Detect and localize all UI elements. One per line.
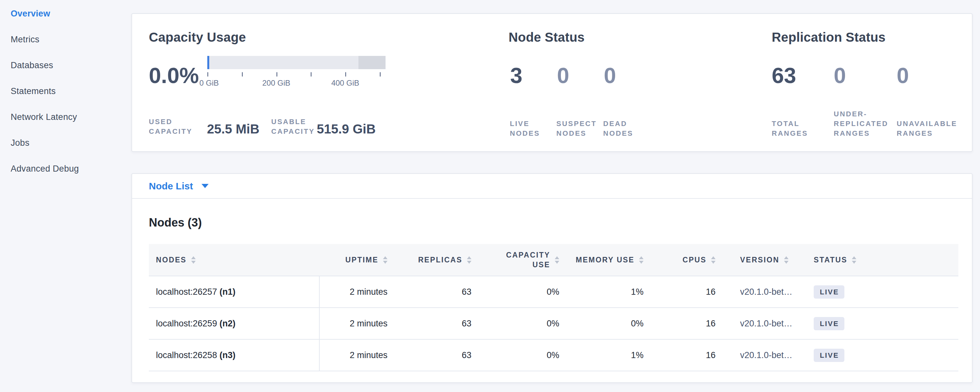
column-header-replicas[interactable]: REPLICAS xyxy=(388,244,472,276)
capacity-usage-title: Capacity Usage xyxy=(149,30,246,45)
label-line: RANGES xyxy=(897,129,957,138)
table-row-node-1: localhost:26257 (n1) 2 minutes 63 0% 1% … xyxy=(149,276,958,308)
node-status-panel: Node Status 3 0 0 LIVE NODES SUSPECT NOD… xyxy=(509,14,754,151)
column-label: MEMORY USE xyxy=(576,256,635,265)
label-line: DEAD xyxy=(603,119,633,129)
sidebar-item-label: Databases xyxy=(11,61,53,70)
status-badge: LIVE xyxy=(814,349,845,362)
sidebar-item-metrics[interactable]: Metrics xyxy=(0,27,129,53)
sidebar-item-label: Statements xyxy=(11,86,56,96)
table-row-node-2: localhost:26259 (n2) 2 minutes 63 0% 0% … xyxy=(149,308,958,339)
table-row-node-3: localhost:26258 (n3) 2 minutes 63 0% 1% … xyxy=(149,339,958,371)
label-line: NODES xyxy=(603,129,633,138)
replicas-cell: 63 xyxy=(388,308,472,339)
status-cell: LIVE xyxy=(813,308,958,339)
column-header-version[interactable]: VERSION xyxy=(716,244,813,276)
axis-tick xyxy=(277,72,277,76)
sidebar-item-label: Metrics xyxy=(11,35,40,45)
node-status-title: Node Status xyxy=(509,30,585,45)
version-cell: v20.1.0-bet… xyxy=(716,339,813,371)
node-address: localhost:26258 xyxy=(156,350,217,360)
status-cell: LIVE xyxy=(813,339,958,371)
column-header-uptime[interactable]: UPTIME xyxy=(319,244,388,276)
dead-nodes-count: 0 xyxy=(604,64,616,86)
chevron-down-icon xyxy=(202,184,208,188)
column-label: STATUS xyxy=(814,256,847,265)
sort-icon xyxy=(711,256,716,264)
usable-capacity-label-line1: USABLE xyxy=(271,117,315,127)
live-nodes-count: 3 xyxy=(510,64,522,86)
sort-icon xyxy=(191,256,196,264)
replication-status-title: Replication Status xyxy=(772,30,886,45)
capacity-axis-labels: 0 GiB 200 GiB 400 GiB xyxy=(207,78,385,88)
capacity-use-cell: 0% xyxy=(472,276,560,308)
capacity-bar-reserved-segment xyxy=(358,56,385,69)
label-line: RANGES xyxy=(834,129,888,138)
column-label: VERSION xyxy=(740,256,780,265)
label-line: TOTAL xyxy=(772,119,808,129)
sidebar-item-overview[interactable]: Overview xyxy=(0,1,129,27)
used-capacity-value: 25.5 MiB xyxy=(207,122,259,136)
column-label: CAPACITY USE xyxy=(498,250,550,269)
usable-capacity-label-line2: CAPACITY xyxy=(271,127,315,136)
column-header-nodes[interactable]: NODES xyxy=(149,244,319,276)
version-cell: v20.1.0-bet… xyxy=(716,308,813,339)
node-list-dropdown[interactable]: Node List xyxy=(132,174,972,199)
label-line: SUSPECT xyxy=(556,119,597,129)
node-address-cell[interactable]: localhost:26259 (n2) xyxy=(149,308,319,339)
node-list-dropdown-label: Node List xyxy=(149,181,193,192)
axis-tick xyxy=(311,72,312,76)
cpus-cell: 16 xyxy=(644,308,716,339)
column-label: REPLICAS xyxy=(418,256,462,265)
suspect-nodes-count: 0 xyxy=(557,64,569,86)
sidebar-item-jobs[interactable]: Jobs xyxy=(0,130,129,156)
replicas-cell: 63 xyxy=(388,276,472,308)
node-address-cell[interactable]: localhost:26257 (n1) xyxy=(149,276,319,308)
used-capacity-label-line2: CAPACITY xyxy=(149,127,192,136)
sidebar-item-statements[interactable]: Statements xyxy=(0,78,129,104)
usable-capacity-value: 515.9 GiB xyxy=(317,122,375,136)
unavailable-ranges-count: 0 xyxy=(897,64,909,86)
axis-label-0gib: 0 GiB xyxy=(200,78,219,88)
replicas-cell: 63 xyxy=(388,339,472,371)
column-header-cpus[interactable]: CPUS xyxy=(644,244,716,276)
column-label: NODES xyxy=(156,256,187,265)
label-line: RANGES xyxy=(772,129,808,138)
node-list-card: Node List Nodes (3) NODES UPTIME REPLICA… xyxy=(131,173,972,383)
dead-nodes-label: DEAD NODES xyxy=(603,119,633,138)
sort-icon xyxy=(555,256,559,264)
sort-icon xyxy=(467,256,471,264)
sidebar-item-databases[interactable]: Databases xyxy=(0,53,129,78)
axis-tick xyxy=(207,72,208,76)
uptime-cell: 2 minutes xyxy=(319,276,388,308)
memory-use-cell: 0% xyxy=(560,308,644,339)
sidebar-item-label: Advanced Debug xyxy=(11,164,79,174)
column-header-status[interactable]: STATUS xyxy=(813,244,958,276)
sidebar-item-network-latency[interactable]: Network Latency xyxy=(0,104,129,130)
capacity-axis-ticks xyxy=(207,72,385,76)
axis-label-400gib: 400 GiB xyxy=(331,78,360,88)
column-label: CPUS xyxy=(682,256,706,265)
used-capacity-label-line1: USED xyxy=(149,117,192,127)
usable-capacity-label: USABLE CAPACITY xyxy=(271,117,315,136)
label-line: UNDER- xyxy=(834,109,888,119)
column-header-capacity-use[interactable]: CAPACITY USE xyxy=(472,244,560,276)
total-ranges-label: TOTAL RANGES xyxy=(772,119,808,138)
suspect-nodes-label: SUSPECT NODES xyxy=(556,119,597,138)
label-line: NODES xyxy=(510,129,540,138)
total-ranges-count: 63 xyxy=(772,64,796,86)
label-line: LIVE xyxy=(510,119,540,129)
capacity-use-cell: 0% xyxy=(472,339,560,371)
nodes-table: NODES UPTIME REPLICAS CAPACITY USE MEMOR… xyxy=(149,244,958,371)
sort-icon xyxy=(383,256,388,264)
node-id: (n1) xyxy=(220,287,236,297)
node-address-cell[interactable]: localhost:26258 (n3) xyxy=(149,339,319,371)
under-replicated-ranges-count: 0 xyxy=(834,64,846,86)
node-address: localhost:26257 xyxy=(156,287,217,297)
sort-icon xyxy=(852,256,856,264)
sidebar-item-advanced-debug[interactable]: Advanced Debug xyxy=(0,156,129,182)
column-header-memory-use[interactable]: MEMORY USE xyxy=(560,244,644,276)
axis-label-200gib: 200 GiB xyxy=(262,78,290,88)
uptime-cell: 2 minutes xyxy=(319,308,388,339)
cpus-cell: 16 xyxy=(644,339,716,371)
